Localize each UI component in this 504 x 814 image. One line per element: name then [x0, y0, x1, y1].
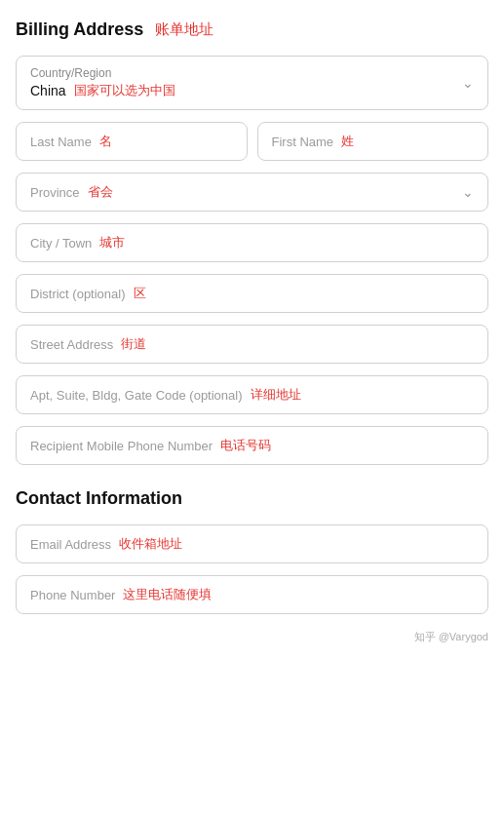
billing-title: Billing Address	[16, 19, 143, 40]
country-region-group: Country/Region China 国家可以选为中国 ⌄	[16, 56, 488, 110]
email-placeholder: Email Address	[30, 537, 111, 552]
first-name-hint-zh: 姓	[341, 133, 354, 150]
street-address-group: Street Address 街道	[16, 325, 488, 364]
first-name-group: First Name 姓	[257, 122, 489, 161]
recipient-phone-placeholder: Recipient Mobile Phone Number	[30, 439, 213, 453]
contact-title: Contact Information	[16, 488, 488, 509]
email-field[interactable]: Email Address 收件箱地址	[16, 524, 488, 563]
province-group: Province 省会 ⌄	[16, 173, 488, 212]
name-row: Last Name 名 First Name 姓	[16, 122, 488, 161]
last-name-placeholder: Last Name	[30, 135, 92, 149]
last-name-hint-zh: 名	[99, 133, 112, 150]
country-region-select[interactable]: Country/Region China 国家可以选为中国 ⌄	[16, 56, 488, 110]
apt-suite-hint-zh: 详细地址	[251, 386, 301, 404]
province-select[interactable]: Province 省会 ⌄	[16, 173, 488, 212]
province-placeholder: Province	[30, 185, 80, 200]
country-region-content: Country/Region China 国家可以选为中国	[30, 66, 462, 99]
contact-phone-group: Phone Number 这里电话随便填	[16, 575, 488, 614]
last-name-group: Last Name 名	[16, 122, 248, 161]
apt-suite-placeholder: Apt, Suite, Bldg, Gate Code (optional)	[30, 388, 243, 403]
recipient-phone-group: Recipient Mobile Phone Number 电话号码	[16, 426, 488, 465]
email-group: Email Address 收件箱地址	[16, 524, 488, 563]
recipient-phone-hint-zh: 电话号码	[220, 437, 271, 454]
district-placeholder: District (optional)	[30, 287, 126, 301]
street-address-field[interactable]: Street Address 街道	[16, 325, 488, 364]
country-region-hint-zh: 国家可以选为中国	[74, 82, 175, 99]
province-hint-zh: 省会	[88, 183, 113, 201]
city-town-field[interactable]: City / Town 城市	[16, 223, 488, 262]
contact-phone-hint-zh: 这里电话随便填	[123, 586, 212, 603]
district-field[interactable]: District (optional) 区	[16, 274, 488, 313]
contact-phone-field[interactable]: Phone Number 这里电话随便填	[16, 575, 488, 614]
city-town-placeholder: City / Town	[30, 236, 92, 251]
country-region-label: Country/Region	[30, 66, 462, 80]
country-region-chevron-icon: ⌄	[462, 75, 474, 91]
billing-section-header: Billing Address 账单地址	[16, 19, 488, 40]
watermark: 知乎 @Varygod	[16, 630, 488, 644]
province-chevron-icon: ⌄	[462, 184, 474, 200]
street-address-placeholder: Street Address	[30, 337, 113, 352]
city-town-hint-zh: 城市	[99, 234, 125, 252]
street-address-hint-zh: 街道	[121, 335, 146, 353]
apt-suite-group: Apt, Suite, Bldg, Gate Code (optional) 详…	[16, 375, 488, 414]
recipient-phone-field[interactable]: Recipient Mobile Phone Number 电话号码	[16, 426, 488, 465]
district-group: District (optional) 区	[16, 274, 488, 313]
first-name-field[interactable]: First Name 姓	[257, 122, 489, 161]
country-region-value: China	[30, 83, 66, 98]
apt-suite-field[interactable]: Apt, Suite, Bldg, Gate Code (optional) 详…	[16, 375, 488, 414]
district-hint-zh: 区	[134, 285, 146, 302]
email-hint-zh: 收件箱地址	[119, 535, 182, 553]
last-name-field[interactable]: Last Name 名	[16, 122, 248, 161]
first-name-placeholder: First Name	[272, 135, 334, 149]
province-content: Province 省会	[30, 183, 462, 201]
city-town-group: City / Town 城市	[16, 223, 488, 262]
billing-title-zh: 账单地址	[155, 20, 213, 39]
contact-section: Contact Information Email Address 收件箱地址 …	[16, 488, 488, 614]
contact-phone-placeholder: Phone Number	[30, 588, 115, 602]
